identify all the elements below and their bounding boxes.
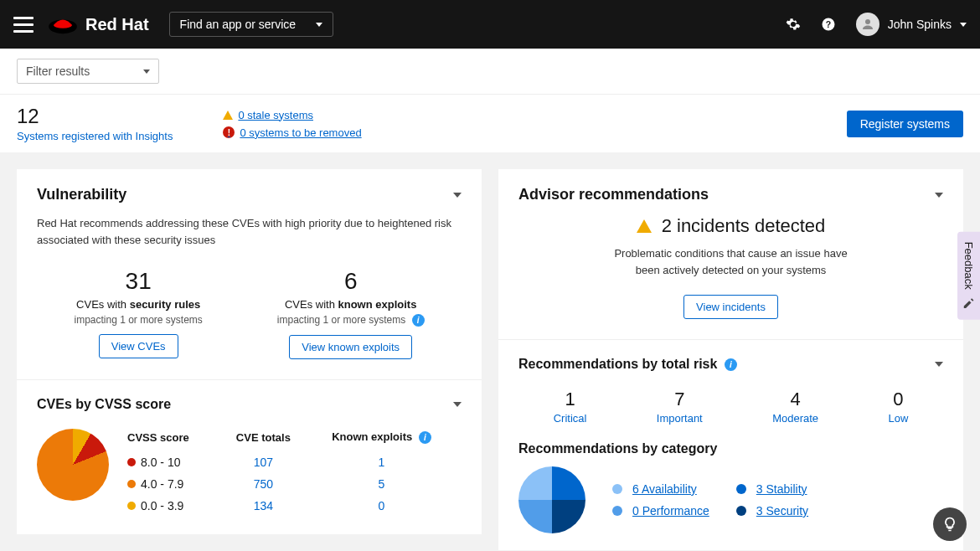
chevron-down-icon — [143, 70, 150, 74]
stale-systems-link[interactable]: 0 stale systems — [223, 109, 361, 121]
view-incidents-button[interactable]: View incidents — [683, 295, 778, 319]
gear-icon[interactable] — [786, 17, 801, 32]
svg-text:?: ? — [826, 19, 831, 29]
app-picker-label: Find an app or service — [180, 18, 297, 31]
help-fab[interactable] — [933, 507, 967, 541]
risk-low[interactable]: 0Low — [888, 389, 908, 425]
category-section-title: Recommendations by category — [518, 441, 943, 456]
systems-count: 12 — [17, 105, 173, 128]
advisor-card: Advisor recommendations 2 incidents dete… — [498, 169, 963, 550]
risk-important[interactable]: 7Important — [657, 389, 703, 425]
collapse-toggle[interactable] — [453, 193, 462, 198]
filter-dropdown[interactable]: Filter results — [17, 59, 159, 84]
cvss-pie-chart — [37, 429, 109, 501]
chevron-down-icon — [316, 23, 322, 27]
cvss-section-title: CVEs by CVSS score — [37, 397, 171, 412]
systems-registered-link[interactable]: Systems registered with Insights — [17, 130, 173, 142]
category-legend: 6 Availability 3 Stability 0 Performance… — [612, 482, 808, 518]
collapse-toggle[interactable] — [935, 193, 943, 198]
table-row: 8.0 - 101071 — [127, 452, 460, 472]
global-header: Red Hat Find an app or service ? John Sp… — [0, 0, 980, 49]
error-icon: ! — [223, 126, 235, 138]
edit-icon — [962, 297, 974, 309]
cat-availability[interactable]: 6 Availability — [612, 482, 709, 496]
avatar — [856, 13, 879, 36]
view-cves-button[interactable]: View CVEs — [99, 334, 178, 358]
svg-point-3 — [865, 19, 870, 24]
app-picker-dropdown[interactable]: Find an app or service — [169, 12, 334, 37]
view-known-exploits-button[interactable]: View known exploits — [289, 335, 412, 359]
collapse-toggle[interactable] — [935, 362, 943, 367]
systems-to-remove-link[interactable]: ! 0 systems to be removed — [223, 126, 361, 139]
cves-security-rules-metric: 31 CVEs with security rules impacting 1 … — [74, 268, 202, 359]
info-icon[interactable]: i — [725, 358, 737, 371]
brand-logo[interactable]: Red Hat — [47, 13, 149, 36]
user-name: John Spinks — [888, 18, 952, 31]
cat-security[interactable]: 3 Security — [736, 504, 808, 518]
risk-summary: 1Critical 7Important 4Moderate 0Low — [518, 389, 943, 425]
incidents-description: Problematic conditions that cause an iss… — [606, 245, 857, 278]
user-icon — [860, 17, 875, 32]
dashboard-grid: Vulnerability Red Hat recommends address… — [0, 152, 980, 551]
user-menu[interactable]: John Spinks — [856, 13, 967, 36]
card-title: Vulnerability — [37, 186, 126, 203]
feedback-tab[interactable]: Feedback — [957, 232, 980, 320]
cvss-table: CVSS score CVE totals Known exploits i 8… — [126, 429, 462, 518]
risk-section-title: Recommendations by total risk i — [518, 357, 737, 372]
chevron-down-icon — [960, 23, 967, 27]
filter-bar: Filter results — [0, 49, 980, 94]
table-row: 0.0 - 3.91340 — [127, 496, 460, 516]
help-icon[interactable]: ? — [821, 17, 836, 32]
warning-icon — [637, 219, 652, 233]
collapse-toggle[interactable] — [453, 402, 462, 407]
vulnerability-card: Vulnerability Red Hat recommends address… — [17, 169, 482, 534]
systems-summary: 12 Systems registered with Insights 0 st… — [0, 94, 980, 152]
category-pie-chart — [518, 466, 585, 533]
register-systems-button[interactable]: Register systems — [847, 111, 963, 137]
incidents-count: 2 incidents detected — [662, 215, 826, 237]
lightbulb-icon — [941, 516, 958, 533]
info-icon[interactable]: i — [419, 431, 431, 444]
redhat-icon — [47, 13, 79, 36]
warning-icon — [223, 111, 233, 120]
info-icon[interactable]: i — [412, 314, 425, 327]
hamburger-menu[interactable] — [13, 14, 34, 34]
cves-known-exploits-metric: 6 CVEs with known exploits impacting 1 o… — [277, 268, 425, 359]
card-description: Red Hat recommends addressing these CVEs… — [37, 215, 462, 248]
brand-text: Red Hat — [85, 15, 149, 34]
cat-stability[interactable]: 3 Stability — [736, 482, 808, 496]
cat-performance[interactable]: 0 Performance — [612, 504, 709, 518]
filter-label: Filter results — [26, 64, 90, 78]
risk-critical[interactable]: 1Critical — [554, 389, 587, 425]
risk-moderate[interactable]: 4Moderate — [772, 389, 818, 425]
table-row: 4.0 - 7.97505 — [127, 474, 460, 494]
card-title: Advisor recommendations — [518, 186, 709, 203]
